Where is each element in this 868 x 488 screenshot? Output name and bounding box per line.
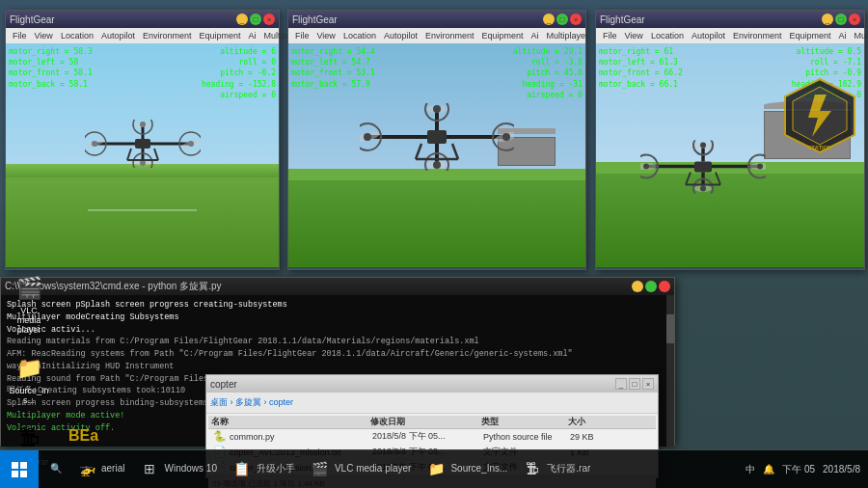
explorer-titlebar[interactable]: copter _ □ × bbox=[206, 375, 658, 393]
start-button[interactable] bbox=[0, 450, 39, 489]
menu-equipment-1[interactable]: Equipment bbox=[196, 30, 243, 41]
fg-titlebar-1[interactable]: FlightGear _ □ × bbox=[6, 11, 279, 28]
bea-label: BEa bbox=[68, 427, 98, 445]
menu-view-3[interactable]: View bbox=[622, 30, 646, 41]
taskbar: 🔍 🚁 aerial ⊞ Windows 10 📋 升级小手 🎬 VLC med… bbox=[0, 449, 868, 488]
desktop-icon-vlc[interactable]: 🎬 VLC media player bbox=[5, 270, 53, 338]
menu-autopilot-2[interactable]: Autopilot bbox=[381, 30, 420, 41]
taskbar-notification[interactable]: 🔔 bbox=[763, 464, 774, 474]
menu-ai-2[interactable]: Ai bbox=[529, 30, 542, 41]
menu-location-1[interactable]: Location bbox=[58, 30, 96, 41]
explorer-breadcrumb: 桌面 › 多旋翼 › copter bbox=[210, 396, 293, 409]
fg-menubar-3: File View Location Autopilot Environment… bbox=[596, 28, 864, 43]
taskbar-item-aerial[interactable]: 🚁 aerial bbox=[69, 450, 132, 489]
terminal-titlebar[interactable]: C:\Windows\system32\cmd.exe - python 多旋翼… bbox=[1, 278, 674, 295]
rar-taskbar-icon: 🗜 bbox=[523, 459, 542, 478]
svg-point-27 bbox=[364, 133, 371, 141]
svg-rect-0 bbox=[135, 139, 150, 149]
svg-line-58 bbox=[716, 172, 720, 184]
taskbar-item-rar[interactable]: 🗜 飞行器.rar bbox=[515, 450, 598, 489]
svg-point-56 bbox=[700, 185, 706, 191]
menu-equipment-2[interactable]: Equipment bbox=[478, 30, 526, 41]
svg-rect-20 bbox=[427, 130, 447, 144]
menu-autopilot-1[interactable]: Autopilot bbox=[98, 30, 138, 41]
svg-rect-63 bbox=[12, 462, 18, 469]
fg-window-controls-3: _ □ × bbox=[822, 14, 860, 25]
menu-view-2[interactable]: View bbox=[314, 30, 339, 41]
menu-ai-3[interactable]: Ai bbox=[836, 30, 850, 41]
svg-rect-66 bbox=[20, 471, 27, 477]
terminal-scrollbar[interactable] bbox=[666, 295, 674, 447]
fg-window-2: FlightGear _ □ × File View Location Auto… bbox=[287, 10, 586, 270]
explorer-close[interactable]: × bbox=[642, 378, 654, 390]
svg-point-50 bbox=[757, 163, 763, 169]
taskbar-item-sourcins[interactable]: 📁 Source_Ins... bbox=[419, 450, 515, 489]
explorer-minimize[interactable]: _ bbox=[615, 378, 627, 390]
terminal-close[interactable] bbox=[659, 281, 670, 292]
taskbar-item-vlc[interactable]: 🎬 VLC media player bbox=[303, 450, 419, 489]
file-type-0: Python source file bbox=[480, 432, 567, 442]
terminal-maximize[interactable] bbox=[645, 281, 657, 292]
svg-point-13 bbox=[134, 122, 151, 127]
taskbar-language[interactable]: 中 bbox=[746, 463, 755, 476]
explorer-row-0[interactable]: 🐍 common.py 2018/5/8 下午 05... Python sou… bbox=[208, 429, 656, 445]
menu-ai-1[interactable]: Ai bbox=[246, 30, 259, 41]
menu-location-2[interactable]: Location bbox=[340, 30, 379, 41]
menu-autopilot-3[interactable]: Autopilot bbox=[689, 30, 728, 41]
menu-environment-2[interactable]: Environment bbox=[422, 30, 477, 41]
minimize-btn-1[interactable]: _ bbox=[236, 14, 248, 25]
close-btn-3[interactable]: × bbox=[849, 14, 860, 25]
vlc-icon: 🎬 bbox=[14, 273, 44, 304]
taskbar-item-upgrade[interactable]: 📋 升级小手 bbox=[225, 450, 303, 489]
aerial-icon: 🚁 bbox=[77, 459, 96, 478]
fg-menubar-2: File View Location Autopilot Environment… bbox=[288, 28, 585, 43]
menu-environment-3[interactable]: Environment bbox=[730, 30, 785, 41]
col-type-header[interactable]: 类型 bbox=[478, 416, 565, 428]
fg-titlebar-2[interactable]: FlightGear _ □ × bbox=[288, 11, 585, 28]
minimize-btn-3[interactable]: _ bbox=[822, 14, 833, 25]
svg-point-30 bbox=[502, 133, 510, 141]
minimize-btn-2[interactable]: _ bbox=[543, 14, 555, 25]
col-size-header[interactable]: 大小 bbox=[565, 416, 613, 428]
col-date-header[interactable]: 修改日期 bbox=[367, 416, 478, 428]
svg-line-37 bbox=[416, 144, 421, 159]
menu-equipment-3[interactable]: Equipment bbox=[786, 30, 833, 41]
taskbar-item-search[interactable]: 🔍 bbox=[42, 450, 69, 489]
sourcins-label: Source_Ins... bbox=[450, 463, 507, 474]
fg-sim-2: motor_right = 54.4 motor_left = 54.7 mot… bbox=[288, 43, 585, 267]
terminal-line-3: Reading materials from C:/Program Files/… bbox=[7, 336, 668, 348]
taskbar-item-windows[interactable]: ⊞ Windows 10 bbox=[132, 450, 224, 489]
svg-line-38 bbox=[452, 144, 458, 159]
svg-point-53 bbox=[700, 142, 706, 148]
menu-view-1[interactable]: View bbox=[32, 30, 56, 41]
menu-file-2[interactable]: File bbox=[292, 30, 312, 41]
maximize-btn-2[interactable]: □ bbox=[556, 14, 568, 25]
file-name-0: 🐍 common.py bbox=[210, 430, 369, 443]
terminal-minimize[interactable] bbox=[632, 281, 643, 292]
sourcins-icon: 📁 bbox=[426, 459, 446, 478]
menu-environment-1[interactable]: Environment bbox=[140, 30, 195, 41]
close-btn-1[interactable]: × bbox=[263, 14, 275, 25]
menu-multiplayer-2[interactable]: Multiplayer bbox=[544, 30, 592, 41]
menu-file-3[interactable]: File bbox=[600, 30, 620, 41]
menu-location-3[interactable]: Location bbox=[648, 30, 687, 41]
vlc-label: VLC media player bbox=[8, 306, 50, 335]
explorer-maximize[interactable]: □ bbox=[629, 378, 640, 390]
menu-multiplayer-3[interactable]: Multiplayer bbox=[852, 30, 868, 41]
explorer-header: 名称 修改日期 类型 大小 bbox=[208, 416, 656, 429]
rar-taskbar-label: 飞行器.rar bbox=[547, 462, 590, 475]
menu-file-1[interactable]: File bbox=[10, 30, 30, 41]
col-name-header[interactable]: 名称 bbox=[208, 416, 367, 428]
terminal-line-0: Splash screen pSplash screen progress cr… bbox=[7, 299, 668, 312]
drone-3 bbox=[640, 140, 766, 193]
terminal-line-1: Multiplayer modeCreating Subsystems bbox=[7, 312, 668, 324]
vlc-taskbar-icon: 🎬 bbox=[311, 459, 330, 478]
close-btn-2[interactable]: × bbox=[570, 14, 582, 25]
vlc-taskbar-label: VLC media player bbox=[335, 463, 411, 474]
search-icon: 🔍 bbox=[50, 463, 62, 474]
desktop: FlightGear _ □ × File View Location Auto… bbox=[0, 0, 868, 488]
maximize-btn-1[interactable]: □ bbox=[250, 14, 261, 25]
fg-titlebar-3[interactable]: FlightGear _ □ × bbox=[596, 11, 864, 28]
maximize-btn-3[interactable]: □ bbox=[835, 14, 847, 25]
desktop-icon-source[interactable]: 📁 Source_Ins... bbox=[5, 350, 53, 408]
